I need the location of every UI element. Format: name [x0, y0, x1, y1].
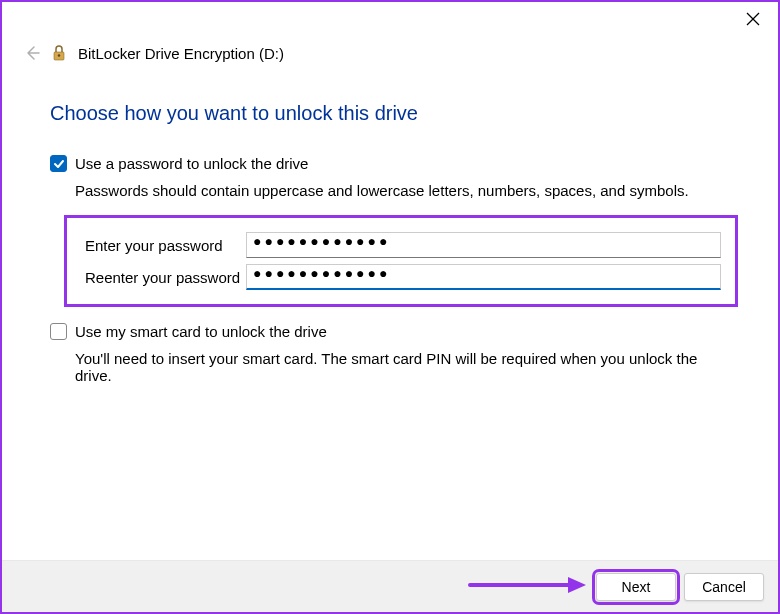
- bitlocker-wizard-window: BitLocker Drive Encryption (D:) Choose h…: [0, 0, 780, 614]
- enter-password-row: Enter your password ●●●●●●●●●●●●: [81, 232, 721, 258]
- svg-marker-5: [568, 577, 586, 593]
- content-area: Choose how you want to unlock this drive…: [2, 68, 778, 560]
- smartcard-checkbox-row: Use my smart card to unlock the drive: [50, 323, 730, 340]
- titlebar: [2, 2, 778, 38]
- next-button[interactable]: Next: [596, 573, 676, 601]
- smartcard-section: Use my smart card to unlock the drive Yo…: [50, 323, 730, 384]
- reenter-password-label: Reenter your password: [81, 269, 246, 286]
- smartcard-hint: You'll need to insert your smart card. T…: [75, 350, 730, 384]
- password-fields-highlight: Enter your password ●●●●●●●●●●●● Reenter…: [64, 215, 738, 307]
- password-hint: Passwords should contain uppercase and l…: [75, 182, 730, 199]
- reenter-password-row: Reenter your password ●●●●●●●●●●●●: [81, 264, 721, 290]
- page-title: BitLocker Drive Encryption (D:): [78, 45, 284, 62]
- enter-password-label: Enter your password: [81, 237, 246, 254]
- reenter-password-input[interactable]: ●●●●●●●●●●●●: [246, 264, 721, 290]
- svg-point-3: [58, 54, 60, 56]
- smartcard-checkbox-label: Use my smart card to unlock the drive: [75, 323, 327, 340]
- password-checkbox[interactable]: [50, 155, 67, 172]
- footer: Next Cancel: [2, 560, 778, 612]
- back-arrow-icon[interactable]: [24, 45, 40, 61]
- close-icon[interactable]: [746, 12, 760, 26]
- bitlocker-icon: [50, 44, 68, 62]
- annotation-arrow-icon: [468, 575, 588, 598]
- password-checkbox-label: Use a password to unlock the drive: [75, 155, 308, 172]
- enter-password-input[interactable]: ●●●●●●●●●●●●: [246, 232, 721, 258]
- header: BitLocker Drive Encryption (D:): [2, 38, 778, 68]
- cancel-button[interactable]: Cancel: [684, 573, 764, 601]
- smartcard-checkbox[interactable]: [50, 323, 67, 340]
- password-checkbox-row: Use a password to unlock the drive: [50, 155, 730, 172]
- heading: Choose how you want to unlock this drive: [50, 102, 730, 125]
